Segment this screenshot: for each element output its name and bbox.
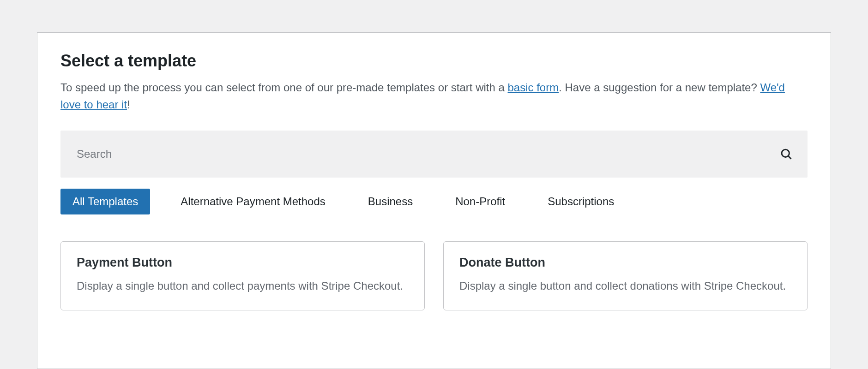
card-description: Display a single button and collect paym… (77, 278, 409, 294)
tab-all-templates[interactable]: All Templates (60, 189, 150, 214)
subtitle-text-mid: . Have a suggestion for a new template? (559, 81, 760, 94)
tab-non-profit[interactable]: Non-Profit (443, 189, 517, 214)
template-card-payment-button[interactable]: Payment Button Display a single button a… (60, 241, 425, 310)
page-title: Select a template (60, 51, 808, 71)
subtitle-text-post: ! (127, 98, 130, 111)
template-selector-panel: Select a template To speed up the proces… (37, 32, 831, 369)
tab-alternative-payment-methods[interactable]: Alternative Payment Methods (169, 189, 338, 214)
card-description: Display a single button and collect dona… (459, 278, 791, 294)
card-title: Donate Button (459, 256, 791, 270)
subtitle-text-pre: To speed up the process you can select f… (60, 81, 508, 94)
tab-business[interactable]: Business (356, 189, 425, 214)
card-title: Payment Button (77, 256, 409, 270)
svg-point-0 (782, 149, 789, 157)
svg-line-1 (789, 156, 791, 159)
search-bar (60, 131, 808, 178)
search-icon[interactable] (780, 148, 793, 161)
basic-form-link[interactable]: basic form (508, 81, 559, 94)
category-tabs: All Templates Alternative Payment Method… (60, 189, 808, 214)
search-input[interactable] (60, 131, 808, 178)
template-card-donate-button[interactable]: Donate Button Display a single button an… (443, 241, 808, 310)
template-cards: Payment Button Display a single button a… (60, 241, 808, 310)
page-subtitle: To speed up the process you can select f… (60, 79, 808, 113)
tab-subscriptions[interactable]: Subscriptions (536, 189, 626, 214)
